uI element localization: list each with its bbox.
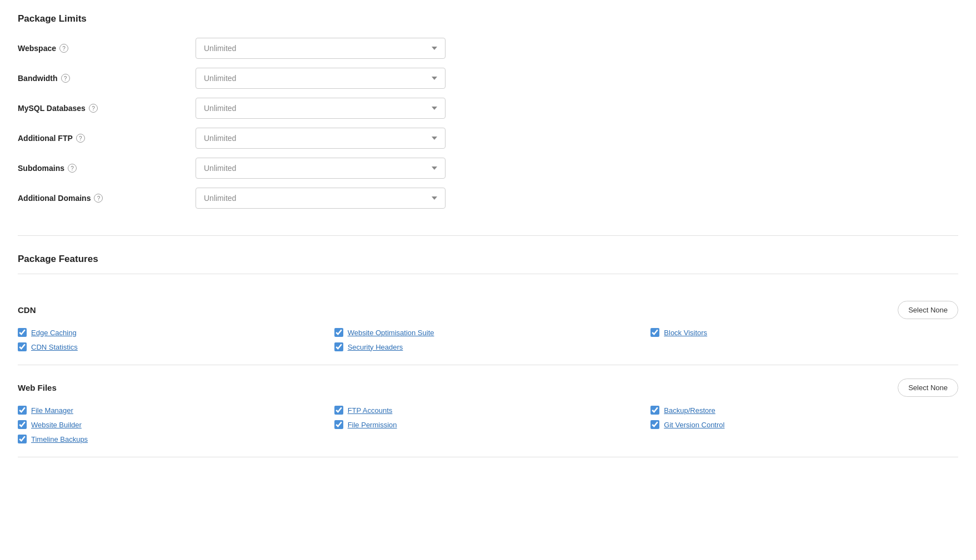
feature-items-web-files: File Manager FTP Accounts Backup/Restore… xyxy=(18,406,958,443)
limit-row-bandwidth: Bandwidth ? Unlimited 1 5 10 25 50 100 xyxy=(18,68,958,89)
features-groups-container: CDN Select None Edge Caching Website Opt… xyxy=(18,287,958,457)
limit-label-bandwidth: Bandwidth ? xyxy=(18,74,196,83)
feature-item-ftp-accounts: FTP Accounts xyxy=(334,406,642,415)
feature-label-backup-restore[interactable]: Backup/Restore xyxy=(664,406,715,415)
limit-label-ftp: Additional FTP ? xyxy=(18,134,196,143)
info-icon-subdomains[interactable]: ? xyxy=(68,164,77,173)
package-limits-title: Package Limits xyxy=(18,13,958,24)
feature-label-edge-caching[interactable]: Edge Caching xyxy=(31,329,77,337)
limit-label-mysql: MySQL Databases ? xyxy=(18,104,196,113)
feature-label-website-optimisation-suite[interactable]: Website Optimisation Suite xyxy=(348,329,434,337)
limit-row-subdomains: Subdomains ? Unlimited 1 5 10 25 50 100 xyxy=(18,158,958,179)
feature-checkbox-backup-restore[interactable] xyxy=(650,406,659,415)
feature-checkbox-git-version-control[interactable] xyxy=(650,420,659,429)
info-icon-additional-domains[interactable]: ? xyxy=(94,194,103,203)
feature-items-cdn: Edge Caching Website Optimisation Suite … xyxy=(18,328,958,351)
feature-label-file-permission[interactable]: File Permission xyxy=(348,421,397,429)
info-icon-webspace[interactable]: ? xyxy=(59,44,68,53)
limit-select-ftp[interactable]: Unlimited 1 5 10 25 50 100 xyxy=(196,128,446,149)
limits-rows-container: Webspace ? Unlimited 1 5 10 25 50 100 Ba… xyxy=(18,38,958,209)
feature-group-header-cdn: CDN Select None xyxy=(18,301,958,319)
feature-checkbox-cdn-statistics[interactable] xyxy=(18,342,27,351)
feature-label-git-version-control[interactable]: Git Version Control xyxy=(664,421,724,429)
package-limits-section: Package Limits Webspace ? Unlimited 1 5 … xyxy=(18,13,958,236)
feature-group-web-files: Web Files Select None File Manager FTP A… xyxy=(18,365,958,457)
feature-checkbox-edge-caching[interactable] xyxy=(18,328,27,337)
feature-checkbox-website-optimisation-suite[interactable] xyxy=(334,328,343,337)
feature-checkbox-block-visitors[interactable] xyxy=(650,328,659,337)
feature-label-cdn-statistics[interactable]: CDN Statistics xyxy=(31,343,78,351)
limit-row-additional-domains: Additional Domains ? Unlimited 1 5 10 25… xyxy=(18,188,958,209)
feature-label-block-visitors[interactable]: Block Visitors xyxy=(664,329,707,337)
limit-row-webspace: Webspace ? Unlimited 1 5 10 25 50 100 xyxy=(18,38,958,59)
limit-label-webspace: Webspace ? xyxy=(18,44,196,53)
package-features-title: Package Features xyxy=(18,254,958,274)
feature-item-security-headers: Security Headers xyxy=(334,342,642,351)
feature-item-edge-caching: Edge Caching xyxy=(18,328,326,337)
info-icon-bandwidth[interactable]: ? xyxy=(61,74,70,83)
package-features-section: Package Features CDN Select None Edge Ca… xyxy=(18,254,958,457)
feature-item-file-manager: File Manager xyxy=(18,406,326,415)
feature-label-ftp-accounts[interactable]: FTP Accounts xyxy=(348,406,393,415)
feature-item-website-builder: Website Builder xyxy=(18,420,326,429)
feature-item-cdn-statistics: CDN Statistics xyxy=(18,342,326,351)
feature-item-file-permission: File Permission xyxy=(334,420,642,429)
feature-label-file-manager[interactable]: File Manager xyxy=(31,406,73,415)
select-none-button-web-files[interactable]: Select None xyxy=(898,379,958,397)
feature-checkbox-timeline-backups[interactable] xyxy=(18,435,27,443)
feature-checkbox-website-builder[interactable] xyxy=(18,420,27,429)
feature-group-cdn: CDN Select None Edge Caching Website Opt… xyxy=(18,287,958,365)
feature-item-timeline-backups: Timeline Backups xyxy=(18,435,326,443)
limit-select-additional-domains[interactable]: Unlimited 1 5 10 25 50 100 xyxy=(196,188,446,209)
feature-label-security-headers[interactable]: Security Headers xyxy=(348,343,403,351)
feature-group-title-web-files: Web Files xyxy=(18,383,57,392)
info-icon-ftp[interactable]: ? xyxy=(76,134,85,143)
limit-row-mysql: MySQL Databases ? Unlimited 1 5 10 25 50… xyxy=(18,98,958,119)
feature-group-header-web-files: Web Files Select None xyxy=(18,379,958,397)
feature-checkbox-ftp-accounts[interactable] xyxy=(334,406,343,415)
limit-select-subdomains[interactable]: Unlimited 1 5 10 25 50 100 xyxy=(196,158,446,179)
feature-checkbox-file-manager[interactable] xyxy=(18,406,27,415)
feature-item-block-visitors: Block Visitors xyxy=(650,328,958,337)
feature-group-title-cdn: CDN xyxy=(18,305,36,315)
limit-label-subdomains: Subdomains ? xyxy=(18,164,196,173)
feature-item-git-version-control: Git Version Control xyxy=(650,420,958,429)
feature-label-website-builder[interactable]: Website Builder xyxy=(31,421,82,429)
limit-select-mysql[interactable]: Unlimited 1 5 10 25 50 100 xyxy=(196,98,446,119)
page-container: Package Limits Webspace ? Unlimited 1 5 … xyxy=(0,0,976,471)
feature-item-backup-restore: Backup/Restore xyxy=(650,406,958,415)
feature-item-website-optimisation-suite: Website Optimisation Suite xyxy=(334,328,642,337)
feature-checkbox-security-headers[interactable] xyxy=(334,342,343,351)
feature-checkbox-file-permission[interactable] xyxy=(334,420,343,429)
limit-select-bandwidth[interactable]: Unlimited 1 5 10 25 50 100 xyxy=(196,68,446,89)
limit-label-additional-domains: Additional Domains ? xyxy=(18,194,196,203)
limit-select-webspace[interactable]: Unlimited 1 5 10 25 50 100 xyxy=(196,38,446,59)
select-none-button-cdn[interactable]: Select None xyxy=(898,301,958,319)
feature-label-timeline-backups[interactable]: Timeline Backups xyxy=(31,435,88,443)
limit-row-ftp: Additional FTP ? Unlimited 1 5 10 25 50 … xyxy=(18,128,958,149)
info-icon-mysql[interactable]: ? xyxy=(89,104,98,113)
